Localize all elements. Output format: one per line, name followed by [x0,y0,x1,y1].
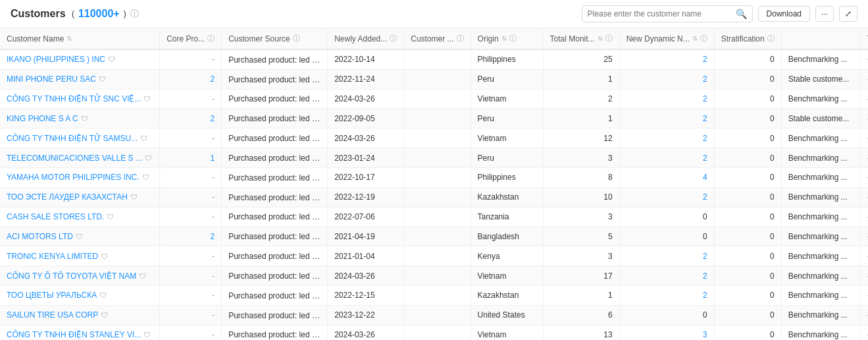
col-header-newly[interactable]: Newly Added... ⓘ [328,28,404,49]
customer-name-link-5[interactable]: TELECOMUNICACIONES VALLE S ... [7,154,142,163]
cell-dynamic-5: 2 [619,148,714,168]
customer-name-link-12[interactable]: ТОО ЦВЕТЫ УРАЛЬСКА [7,291,97,300]
shield-icon-2: 🛡 [143,95,151,103]
customer-name-link-9[interactable]: ACI MOTORS LTD [7,232,73,241]
shield-icon-8: 🛡 [107,213,114,221]
cell-dynamic-3: 2 [619,109,714,128]
table-row: TRONIC KENYA LIMITED 🛡 - Purchased produ… [0,246,868,266]
col-name-label: Customer Name [7,34,64,43]
search-icon: 🔍 [736,9,747,19]
cell-strat-val-12: Benchmarking ... [781,285,860,305]
cell-strat-val-5: Benchmarking ... [781,148,860,168]
header-info-icon[interactable]: ⓘ [130,8,139,20]
col-header-strat[interactable]: Stratification ⓘ [714,28,781,49]
customer-name-link-7[interactable]: ТОО ЭСТЕ ЛАУДЕР КАЗАХСТАН [7,192,128,202]
cell-newly-4: 2024-03-26 [328,128,404,148]
customer-name-link-2[interactable]: CÔNG TY TNHH ĐIỆN TỬ SNC VIỆ... [7,94,141,103]
dynamic-link-11[interactable]: 2 [703,271,707,281]
cell-origin-12: Kazakhstan [471,285,543,305]
col-core-label: Core Pro... [166,34,205,43]
col-total-sort[interactable]: ⇅ [598,35,603,42]
cell-newly-11: 2024-03-26 [328,266,404,286]
customer-count: 110000+ [78,8,120,20]
customer-name-link-13[interactable]: SAILUN TIRE USA CORP [7,310,98,320]
customer-name-link-3[interactable]: KING PHONE S A C [7,114,78,123]
customer-name-link-14[interactable]: CÔNG TY TNHH ĐIỆN STANLEY VI... [7,330,141,339]
col-header-tag[interactable]: Tag ⓘ [860,28,868,49]
col-dynamic-label: New Dynamic N... [626,34,690,43]
col-dynamic-info[interactable]: ⓘ [700,34,707,43]
dynamic-link-5[interactable]: 2 [703,154,707,163]
dynamic-link-3[interactable]: 2 [703,114,707,123]
shield-icon-0: 🛡 [108,55,115,63]
source-text-9: Purchased product: led li... [228,232,320,241]
more-button[interactable]: ··· [815,6,834,22]
col-newly-info[interactable]: ⓘ [390,34,397,43]
table-row: TELECOMUNICACIONES VALLE S ... 🛡 1 Purch… [0,148,868,168]
table-container: Customer Name ⇅ Core Pro... ⓘ Customer S… [0,28,868,340]
core-link-3[interactable]: 2 [211,114,215,123]
cell-origin-5: Peru [471,148,543,168]
col-customer-info[interactable]: ⓘ [457,34,464,43]
core-link-5[interactable]: 1 [211,154,215,163]
customer-name-link-6[interactable]: YAMAHA MOTOR PHILIPPINES INC. [7,173,140,182]
search-input[interactable] [588,9,732,18]
download-button[interactable]: Download [758,6,810,22]
cell-origin-7: Kazakhstan [471,187,543,207]
search-box[interactable]: 🔍 [582,5,753,22]
dynamic-link-12[interactable]: 2 [703,291,707,300]
col-total-info[interactable]: ⓘ [605,34,613,43]
dynamic-link-0[interactable]: 2 [703,55,707,64]
col-dynamic-sort[interactable]: ⇅ [692,35,698,42]
sort-icon[interactable]: ⇅ [66,35,72,42]
expand-button[interactable]: ⤢ [839,6,857,22]
customer-name-link-4[interactable]: CÔNG TY TNHH ĐIỆN TỬ SAMSU... [7,134,138,143]
col-header-core[interactable]: Core Pro... ⓘ [160,28,222,49]
col-header-dynamic[interactable]: New Dynamic N... ⇅ ⓘ [619,28,714,49]
col-core-info[interactable]: ⓘ [207,34,215,43]
dynamic-link-14[interactable]: 3 [703,330,707,339]
col-header-strat-val[interactable] [781,28,860,49]
dynamic-link-2[interactable]: 2 [703,94,707,103]
cell-origin-2: Vietnam [471,89,543,109]
dynamic-link-7[interactable]: 2 [703,192,707,202]
shield-icon-12: 🛡 [99,291,107,299]
col-strat-info[interactable]: ⓘ [767,34,775,43]
cell-name-11: CÔNG TY Ô TÔ TOYOTA VIỆT NAM 🛡 [0,266,160,286]
dynamic-link-10[interactable]: 2 [703,252,707,261]
table-row: IKANO (PHILIPPINES ) INC 🛡 - Purchased p… [0,49,868,69]
dynamic-link-4[interactable]: 2 [703,134,707,143]
col-header-name[interactable]: Customer Name ⇅ [0,28,160,49]
cell-name-13: SAILUN TIRE USA CORP 🛡 [0,305,160,325]
col-origin-sort[interactable]: ⇅ [501,35,507,42]
col-total-label: Total Monit... [550,34,595,43]
col-header-origin[interactable]: Origin ⇅ ⓘ [471,28,543,49]
cell-total-3: 1 [543,109,619,128]
col-header-total[interactable]: Total Monit... ⇅ ⓘ [543,28,619,49]
col-source-info[interactable]: ⓘ [293,34,300,43]
cell-name-0: IKANO (PHILIPPINES ) INC 🛡 [0,49,160,69]
customer-name-link-0[interactable]: IKANO (PHILIPPINES ) INC [7,55,105,64]
customer-name-link-10[interactable]: TRONIC KENYA LIMITED [7,252,98,261]
cell-origin-9: Bangladesh [471,227,543,246]
core-link-9[interactable]: 2 [211,232,215,241]
source-text-7: Purchased product: led li... [228,193,320,202]
col-header-customer[interactable]: Customer ... ⓘ [404,28,471,49]
core-link-1[interactable]: 2 [211,74,215,84]
cell-source-3: Purchased product: led li... [222,109,328,128]
shield-icon-13: 🛡 [101,311,108,319]
cell-source-2: Purchased product: led li... [222,89,328,109]
cell-total-13: 6 [543,305,619,325]
cell-customer-14 [404,325,471,340]
customer-name-link-1[interactable]: MINI PHONE PERU SAC [7,74,96,84]
table-row: YAMAHA MOTOR PHILIPPINES INC. 🛡 - Purcha… [0,167,868,187]
cell-total-6: 8 [543,167,619,187]
col-header-source[interactable]: Customer Source ⓘ [222,28,328,49]
cell-dynamic-10: 2 [619,246,714,266]
cell-strat-num-6: 0 [714,167,781,187]
dynamic-link-6[interactable]: 4 [703,173,707,182]
col-origin-info[interactable]: ⓘ [509,34,517,43]
dynamic-link-1[interactable]: 2 [703,74,707,84]
customer-name-link-8[interactable]: CASH SALE STORES LTD. [7,212,104,221]
customer-name-link-11[interactable]: CÔNG TY Ô TÔ TOYOTA VIỆT NAM [7,271,136,281]
